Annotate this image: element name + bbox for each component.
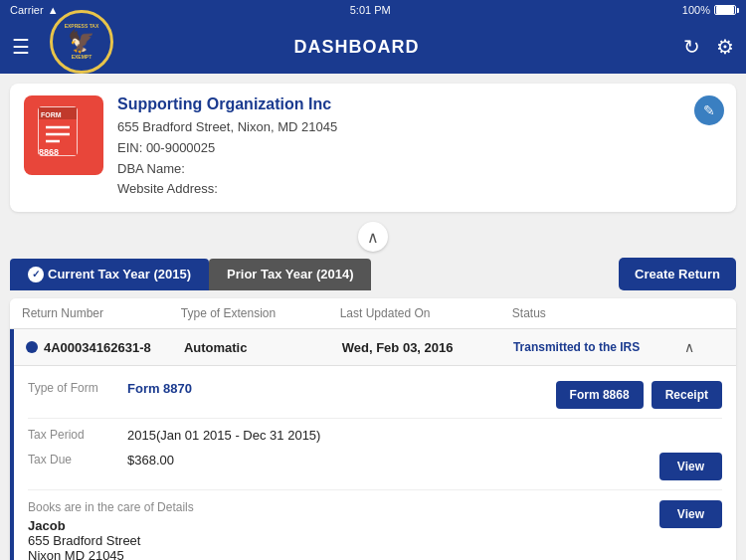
last-updated: Wed, Feb 03, 2016	[342, 340, 513, 355]
books-info: Books are in the care of Details Jacob 6…	[28, 500, 659, 560]
table-row: 4A00034162631-8 Automatic Wed, Feb 03, 2…	[10, 329, 736, 560]
header-left: ☰	[12, 35, 30, 59]
collapse-button[interactable]: ∧	[358, 222, 388, 252]
tab-prior-year[interactable]: Prior Tax Year (2014)	[209, 259, 371, 290]
type-of-form-row: Type of Form Form 8870 Form 8868 Receipt	[28, 376, 722, 414]
status-bar: Carrier ▲ 5:01 PM 100%	[0, 0, 746, 20]
form-buttons: Form 8868 Receipt	[556, 381, 722, 409]
tax-year-tabs: ✓ Current Tax Year (2015) Prior Tax Year…	[10, 259, 371, 290]
tax-period-label: Tax Period	[28, 428, 127, 442]
tab-current-year[interactable]: ✓ Current Tax Year (2015)	[10, 259, 209, 290]
create-return-button[interactable]: Create Return	[619, 258, 736, 290]
col-header-type: Type of Extension	[181, 306, 340, 320]
row-chevron-up-icon: ∧	[684, 339, 694, 355]
books-care-label: Books are in the care of Details	[28, 500, 659, 514]
tax-period-value: 2015(Jan 01 2015 - Dec 31 2015)	[127, 428, 722, 443]
chevron-up-container: ∧	[10, 222, 736, 252]
divider-2	[28, 489, 722, 490]
logo-inner: EXPRESS TAX 🦅 EXEMPT	[65, 24, 99, 60]
header-right: ↻ ⚙	[683, 35, 734, 59]
status-bar-right: 100%	[682, 4, 736, 16]
main-content: FORM 8868 Supporting Organization Inc 65…	[0, 74, 746, 560]
battery-text: 100%	[682, 4, 710, 16]
dashboard-title: DASHBOARD	[294, 37, 420, 57]
checkmark-icon: ✓	[32, 269, 40, 280]
divider-1	[28, 418, 722, 419]
receipt-button[interactable]: Receipt	[652, 381, 722, 409]
books-name: Jacob	[28, 518, 659, 533]
status-bar-left: Carrier ▲	[10, 4, 59, 16]
expanded-detail: Type of Form Form 8870 Form 8868 Receipt…	[14, 366, 736, 560]
prior-year-label: Prior Tax Year (2014)	[227, 267, 353, 281]
org-card: FORM 8868 Supporting Organization Inc 65…	[10, 84, 736, 212]
org-info: Supporting Organization Inc 655 Bradford…	[117, 95, 722, 200]
org-website: Website Address:	[117, 179, 722, 200]
type-of-form-value: Form 8870	[127, 381, 556, 396]
edit-icon: ✎	[703, 102, 715, 118]
org-address: 655 Bradford Street, Nixon, MD 21045	[117, 117, 722, 138]
battery-icon	[714, 5, 736, 15]
tax-period-row: Tax Period 2015(Jan 01 2015 - Dec 31 201…	[28, 423, 722, 448]
type-of-form-label: Type of Form	[28, 381, 127, 395]
header-center: DASHBOARD	[30, 37, 683, 58]
status-cell: Transmitted to the IRS	[513, 340, 684, 354]
returns-table: Return Number Type of Extension Last Upd…	[10, 298, 736, 560]
table-header: Return Number Type of Extension Last Upd…	[10, 298, 736, 329]
form-8868-svg: FORM 8868	[34, 105, 93, 165]
tab-check-container: ✓ Current Tax Year (2015)	[28, 267, 191, 282]
svg-text:FORM: FORM	[41, 111, 62, 118]
svg-text:8868: 8868	[39, 147, 59, 157]
org-name: Supporting Organization Inc	[117, 95, 722, 113]
books-address-1: 655 Bradford Street	[28, 533, 659, 548]
view-button-1[interactable]: View	[659, 453, 722, 480]
return-number: 4A00034162631-8	[44, 340, 151, 355]
logo-text-bottom: EXEMPT	[65, 55, 99, 60]
settings-icon[interactable]: ⚙	[716, 35, 734, 59]
tax-due-value: $368.00	[127, 453, 659, 467]
refresh-icon[interactable]: ↻	[683, 35, 700, 59]
time-display: 5:01 PM	[350, 4, 391, 16]
edit-org-button[interactable]: ✎	[694, 95, 724, 125]
row-toggle[interactable]: ∧	[684, 339, 724, 355]
carrier-text: Carrier	[10, 4, 44, 16]
org-ein: EIN: 00-9000025	[117, 138, 722, 159]
col-header-status: Status	[512, 306, 684, 320]
check-circle: ✓	[28, 267, 44, 282]
tabs-row: ✓ Current Tax Year (2015) Prior Tax Year…	[10, 258, 736, 290]
current-year-label: Current Tax Year (2015)	[48, 267, 191, 281]
chevron-up-icon: ∧	[367, 228, 379, 247]
row-indicator	[26, 341, 38, 353]
wifi-icon: ▲	[48, 4, 59, 16]
view-button-2[interactable]: View	[659, 500, 722, 528]
app-logo: EXPRESS TAX 🦅 EXEMPT	[50, 10, 113, 74]
type-of-extension: Automatic	[184, 340, 342, 355]
form-icon: FORM 8868	[24, 95, 103, 175]
col-header-action	[684, 306, 724, 320]
col-header-return-number: Return Number	[22, 306, 181, 320]
tax-due-label: Tax Due	[28, 453, 127, 467]
books-address-2: Nixon MD 21045	[28, 548, 659, 560]
books-care-section: Books are in the care of Details Jacob 6…	[28, 494, 722, 560]
org-dba: DBA Name:	[117, 159, 722, 180]
return-number-cell: 4A00034162631-8	[26, 340, 184, 355]
col-header-updated: Last Updated On	[340, 306, 512, 320]
table-row-main[interactable]: 4A00034162631-8 Automatic Wed, Feb 03, 2…	[14, 329, 736, 366]
tax-due-row: Tax Due $368.00 View	[28, 448, 722, 485]
logo-eagle-icon: 🦅	[65, 29, 99, 55]
menu-icon[interactable]: ☰	[12, 35, 30, 59]
form-8868-button[interactable]: Form 8868	[556, 381, 644, 409]
